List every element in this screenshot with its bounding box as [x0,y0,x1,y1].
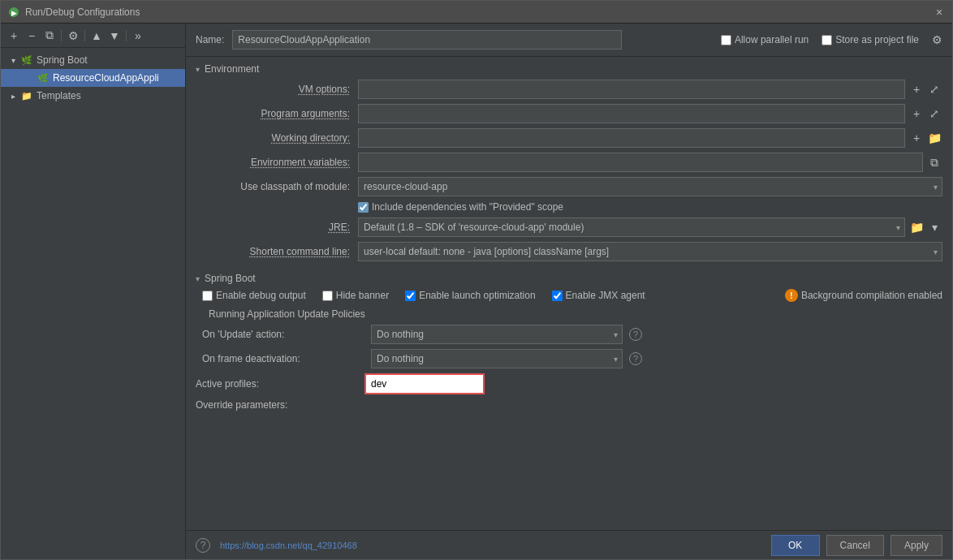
allow-parallel-checkbox-label[interactable]: Allow parallel run [721,34,809,45]
working-dir-browse-button[interactable]: 📁 [926,130,942,146]
app-config-icon: 🌿 [37,71,50,84]
spring-boot-section-arrow: ▾ [196,274,200,283]
classpath-label: Use classpath of module: [196,181,358,192]
include-deps-checkbox-label[interactable]: Include dependencies with "Provided" sco… [358,201,563,213]
program-args-add-button[interactable]: + [908,106,925,122]
config-body-scrollbar[interactable] [186,523,952,530]
env-section-arrow: ▾ [196,65,200,74]
env-vars-actions: ⧉ [926,154,942,170]
env-vars-input-area: ⧉ [358,153,942,172]
tree-item-templates[interactable]: ▸ 📁 Templates [1,87,185,105]
more-button[interactable]: » [130,28,146,44]
vm-options-label: VM options: [196,84,358,95]
tree-item-spring-boot-group[interactable]: ▾ 🌿 Spring Boot [1,51,185,69]
app-config-label: ResourceCloudAppAppli [53,72,159,84]
help-button[interactable]: ? [196,538,210,553]
left-panel: + − ⧉ ⚙ ▲ ▼ » ▾ 🌿 Spring Boot [1,24,186,559]
include-deps-checkbox[interactable] [358,202,369,213]
bottom-bar: ? https://blog.csdn.net/qq_42910468 OK C… [186,530,952,559]
working-dir-add-button[interactable]: + [908,130,925,146]
vm-options-expand-button[interactable]: ⤢ [926,81,942,97]
enable-launch-opt-checkbox[interactable] [405,291,416,301]
on-frame-help-icon[interactable]: ? [629,352,642,365]
enable-jmx-label: Enable JMX agent [566,290,645,301]
left-panel-scrollbar[interactable] [1,553,185,559]
settings-button[interactable]: ⚙ [65,28,81,44]
jre-select-area: Default (1.8 – SDK of 'resource-cloud-ap… [358,218,942,237]
tree-toggle-spring-boot[interactable]: ▾ [7,54,19,66]
svg-text:▶: ▶ [11,9,17,17]
remove-config-button[interactable]: − [24,28,40,44]
jre-select-wrapper: Default (1.8 – SDK of 'resource-cloud-ap… [358,218,905,237]
jre-row: JRE: Default (1.8 – SDK of 'resource-clo… [196,218,942,237]
spring-boot-options-row: Enable debug output Hide banner Enable l… [196,289,942,302]
allow-parallel-checkbox[interactable] [721,35,731,45]
store-as-project-checkbox[interactable] [821,35,832,45]
jre-actions: 📁 ▾ [908,219,942,235]
vm-options-add-button[interactable]: + [908,81,925,97]
enable-jmx-checkbox[interactable] [552,291,563,301]
right-panel: Name: Allow parallel run Store as projec… [186,24,952,559]
copy-config-button[interactable]: ⧉ [41,28,58,44]
warning-icon: ! [785,289,798,302]
config-body: ▾ Environment VM options: + ⤢ [186,57,952,523]
config-tree: ▾ 🌿 Spring Boot 🌿 ResourceCloudAppAppli … [1,48,185,553]
env-vars-copy-button[interactable]: ⧉ [926,154,942,170]
on-frame-select[interactable]: Do nothing Update classes and resources … [371,349,623,368]
toolbar-separator-2 [84,30,85,41]
on-frame-label: On frame deactivation: [202,353,364,364]
program-args-input[interactable] [358,104,905,123]
ok-button[interactable]: OK [771,535,820,556]
override-params-row: Override parameters: [196,399,942,411]
env-vars-input[interactable] [358,153,923,172]
spring-boot-group-icon: 🌿 [20,54,33,67]
env-vars-row: Environment variables: ⧉ [196,153,942,172]
on-update-row: On 'Update' action: Do nothing Update cl… [202,325,942,344]
working-dir-input-area: + 📁 [358,128,942,148]
cancel-button[interactable]: Cancel [826,535,884,556]
window-icon: ▶ [7,6,20,19]
enable-debug-label: Enable debug output [216,290,306,301]
on-update-label: On 'Update' action: [202,329,364,340]
classpath-select[interactable]: resource-cloud-app [358,177,942,196]
watermark-text: https://blog.csdn.net/qq_42910468 [220,541,357,550]
program-args-actions: + ⤢ [908,106,942,122]
environment-section-header[interactable]: ▾ Environment [196,57,942,80]
store-as-project-label: Store as project file [835,34,919,45]
shorten-cmd-select[interactable]: user-local default: none - java [options… [358,242,942,261]
include-deps-label: Include dependencies with "Provided" sco… [372,201,563,213]
environment-section-title: Environment [205,63,259,75]
program-args-expand-button[interactable]: ⤢ [926,106,942,122]
enable-launch-opt-option: Enable launch optimization [405,290,535,301]
env-vars-label: Environment variables: [196,157,358,168]
header-options: Allow parallel run Store as project file… [721,33,942,46]
on-frame-select-wrap: Do nothing Update classes and resources … [371,349,623,368]
apply-button[interactable]: Apply [890,535,942,556]
vm-options-input[interactable] [358,80,905,99]
gear-settings-button[interactable]: ⚙ [932,33,942,46]
shorten-cmd-select-wrapper: user-local default: none - java [options… [358,242,942,261]
move-up-button[interactable]: ▲ [88,28,105,44]
spring-boot-section-header[interactable]: ▾ Spring Boot [196,266,942,289]
add-config-button[interactable]: + [6,28,22,44]
working-dir-input[interactable] [358,128,905,148]
config-name-input[interactable] [232,30,622,50]
on-update-help-icon[interactable]: ? [629,328,642,341]
update-policies-section: Running Application Update Policies On '… [196,308,942,368]
jre-select[interactable]: Default (1.8 – SDK of 'resource-cloud-ap… [358,218,905,237]
working-dir-label: Working directory: [196,132,358,144]
on-update-select[interactable]: Do nothing Update classes and resources … [371,325,623,344]
on-update-select-wrap: Do nothing Update classes and resources … [371,325,623,344]
tree-toggle-templates[interactable]: ▸ [7,90,19,101]
hide-banner-checkbox[interactable] [322,291,333,301]
classpath-select-wrapper: resource-cloud-app ▾ [358,177,942,196]
move-down-button[interactable]: ▼ [106,28,123,44]
active-profiles-input[interactable] [364,373,485,394]
jre-browse-button[interactable]: 📁 [908,219,925,235]
tree-item-resource-cloud-app[interactable]: 🌿 ResourceCloudAppAppli [1,69,185,87]
allow-parallel-label: Allow parallel run [735,34,809,45]
store-as-project-checkbox-label[interactable]: Store as project file [821,34,919,45]
jre-dropdown-button[interactable]: ▾ [926,219,942,235]
close-button[interactable]: × [933,6,946,19]
enable-debug-checkbox[interactable] [202,291,213,301]
